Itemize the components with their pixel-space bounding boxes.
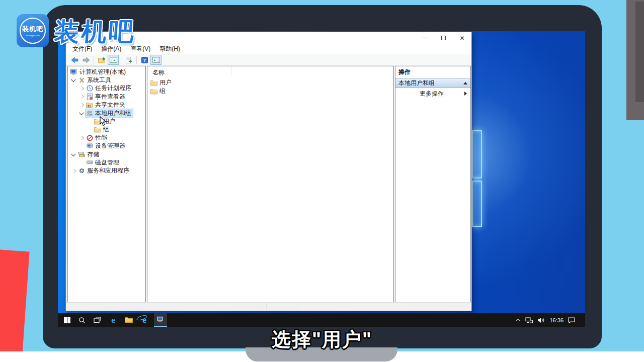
- column-header-name[interactable]: 名称: [147, 66, 393, 78]
- tree-item-task-scheduler[interactable]: 任务计划程序: [68, 84, 145, 93]
- start-button[interactable]: [60, 313, 73, 327]
- computer-icon: [70, 68, 78, 75]
- console-tree-pane: 计算机管理(本地) 系统工具 任务计划程序 事件查看器: [67, 66, 146, 303]
- tree-item-services-applications[interactable]: 服务和应用程序: [68, 167, 145, 175]
- forward-button[interactable]: [80, 55, 92, 65]
- video-caption: 选择"用户": [272, 327, 372, 352]
- chevron-right-icon[interactable]: [70, 167, 77, 174]
- toolbar-separator: [94, 56, 94, 64]
- selected-highlight: 本地用户和组: [86, 109, 133, 118]
- actions-pane: 操作 本地用户和组 更多操作: [395, 66, 471, 303]
- performance-icon: [86, 134, 94, 141]
- list-item-users[interactable]: 用户: [147, 78, 393, 87]
- tray-chevron-up-icon[interactable]: [517, 318, 521, 322]
- back-button[interactable]: [69, 55, 80, 65]
- list-item-label: 组: [159, 87, 166, 96]
- chevron-right-icon[interactable]: [78, 134, 86, 142]
- show-action-pane-button[interactable]: [150, 55, 162, 65]
- export-list-button[interactable]: [123, 55, 134, 65]
- users-groups-icon: [86, 110, 94, 117]
- svg-text:?: ?: [143, 57, 146, 62]
- list-item-label: 用户: [159, 78, 172, 87]
- taskbar: e e 16:36: [58, 313, 585, 327]
- list-item-groups[interactable]: 组: [147, 87, 393, 96]
- chevron-down-icon[interactable]: [70, 76, 77, 84]
- result-list-pane: 名称 用户 组: [147, 66, 394, 303]
- chevron-down-icon[interactable]: [78, 110, 86, 117]
- action-pane-icon: [152, 57, 160, 63]
- taskbar-clock[interactable]: 16:36: [549, 317, 564, 323]
- close-icon: ✕: [459, 35, 464, 41]
- collapse-arrow-icon[interactable]: [463, 82, 467, 84]
- tree-item-system-tools[interactable]: 系统工具: [68, 76, 145, 84]
- tree-item-device-manager[interactable]: 设备管理器: [68, 142, 145, 150]
- status-bar: [66, 302, 471, 310]
- chevron-down-icon[interactable]: [70, 151, 77, 158]
- tree-item-label: 共享文件夹: [95, 101, 125, 109]
- tree-item-disk-management[interactable]: 磁盘管理: [68, 158, 145, 166]
- right-edge-frame: [626, 0, 644, 120]
- action-center-icon[interactable]: [568, 317, 575, 323]
- tree-item-label: 磁盘管理: [95, 158, 119, 167]
- menu-help[interactable]: 帮助(H): [155, 44, 185, 54]
- minimize-button[interactable]: [416, 33, 434, 44]
- chevron-right-icon[interactable]: [78, 101, 86, 109]
- brand-badge-domain: zhuangjiba.com: [26, 34, 40, 37]
- more-actions-item[interactable]: 更多操作: [395, 88, 470, 99]
- maximize-icon: [441, 36, 446, 40]
- submenu-arrow-icon: [464, 92, 467, 96]
- computer-management-taskbar-button[interactable]: [154, 313, 167, 327]
- tree-item-label: 事件查看器: [95, 93, 125, 101]
- tree-item-performance[interactable]: 性能: [68, 134, 145, 142]
- folder-icon: [150, 79, 158, 86]
- mouse-cursor: [100, 116, 107, 126]
- network-icon[interactable]: [525, 317, 533, 323]
- edge-button[interactable]: e: [107, 313, 120, 327]
- internet-explorer-button[interactable]: e: [138, 313, 151, 327]
- folder-icon: [150, 88, 158, 95]
- tree-item-event-viewer[interactable]: 事件查看器: [68, 93, 145, 101]
- clock-icon: [86, 85, 94, 92]
- actions-group-local-users-groups[interactable]: 本地用户和组: [395, 78, 470, 88]
- toolbar: ?: [66, 54, 471, 66]
- actions-group-label: 本地用户和组: [398, 79, 435, 87]
- tools-icon: [77, 77, 86, 84]
- more-actions-label: 更多操作: [420, 89, 444, 98]
- up-one-level-button[interactable]: [96, 55, 107, 65]
- task-view-button[interactable]: [91, 313, 104, 327]
- chevron-right-icon[interactable]: [78, 84, 86, 92]
- chevron-spacer: [86, 118, 94, 125]
- maximize-button[interactable]: [434, 33, 453, 44]
- console-tree-icon: [110, 57, 117, 63]
- system-tray: 16:36: [517, 317, 585, 323]
- event-viewer-icon: [86, 93, 94, 100]
- file-explorer-button[interactable]: [122, 313, 135, 327]
- minimize-icon: [423, 38, 428, 38]
- close-button[interactable]: ✕: [453, 33, 471, 44]
- tree-item-groups[interactable]: 组: [68, 126, 145, 134]
- tree-item-users[interactable]: 用户: [68, 117, 145, 125]
- right-edge-frame-inner: [635, 2, 644, 102]
- search-button[interactable]: [75, 313, 89, 327]
- help-icon: ?: [141, 57, 148, 63]
- tree-item-label: 设备管理器: [95, 142, 125, 150]
- brand-badge: 装机吧 zhuangjiba.com: [17, 14, 49, 47]
- chevron-spacer: [78, 142, 86, 150]
- tree-item-shared-folders[interactable]: 共享文件夹: [68, 101, 145, 109]
- tree-item-computer-management[interactable]: 计算机管理(本地): [68, 68, 145, 76]
- statusbar-separator: [266, 304, 267, 310]
- storage-icon: [77, 151, 86, 158]
- volume-icon[interactable]: [537, 317, 545, 323]
- shared-folders-icon: [86, 102, 94, 109]
- statusbar-separator: [302, 304, 302, 310]
- back-icon: [71, 57, 78, 63]
- tree-item-storage[interactable]: 存储: [68, 150, 145, 158]
- help-button[interactable]: ?: [139, 55, 150, 65]
- chevron-right-icon[interactable]: [78, 93, 86, 101]
- chevron-spacer: [78, 159, 86, 166]
- tree-item-local-users-groups[interactable]: 本地用户和组: [68, 109, 145, 117]
- desktop-screen: ✕ 文件(F) 操作(A) 查看(V) 帮助(H): [58, 31, 585, 327]
- show-console-tree-button[interactable]: [108, 55, 119, 65]
- task-view-icon: [94, 317, 101, 323]
- windows-logo-icon: [64, 317, 70, 323]
